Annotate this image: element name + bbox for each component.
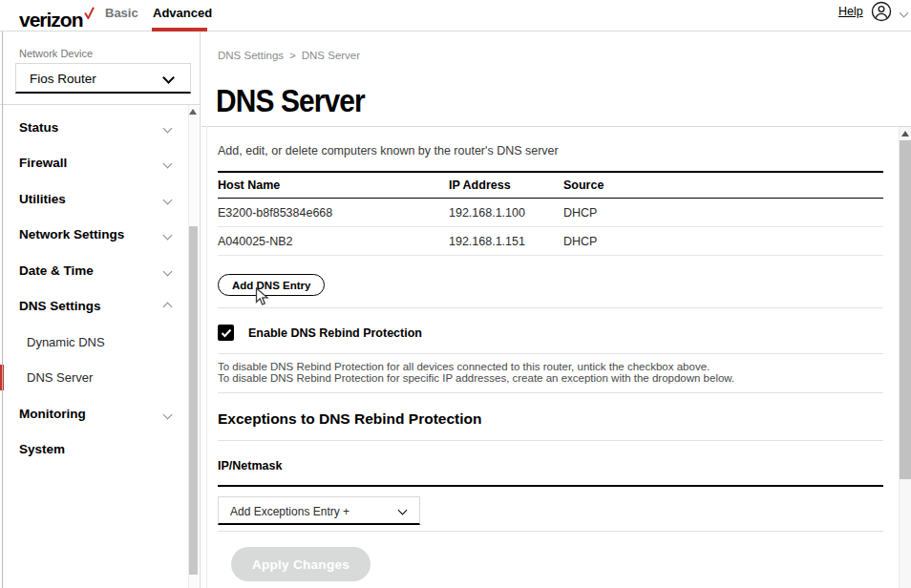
rebind-note-line1: To disable DNS Rebind Protection for all…	[218, 361, 710, 372]
chevron-down-icon	[163, 231, 173, 241]
sidebar-item-label: Status	[19, 120, 58, 135]
sidebar-item-system[interactable]: System	[0, 442, 187, 463]
sidebar-item-utilities[interactable]: Utilities	[0, 192, 187, 213]
sidebar-item-dns-settings[interactable]: DNS Settings	[0, 299, 187, 320]
sidebar-item-network-settings[interactable]: Network Settings	[0, 227, 187, 248]
sidebar: Network Device Fios Router Status Firewa…	[0, 32, 201, 588]
sidebar-item-label: Date & Time	[19, 263, 94, 278]
divider	[218, 392, 883, 393]
tab-basic[interactable]: Basic	[105, 6, 138, 20]
device-select[interactable]: Fios Router	[15, 63, 191, 94]
sidebar-item-firewall[interactable]: Firewall	[0, 156, 187, 177]
chevron-down-icon	[163, 410, 173, 420]
main-scrollbar-up-arrow[interactable]	[901, 131, 909, 136]
sidebar-scrollbar-thumb[interactable]	[189, 226, 198, 575]
chevron-down-icon	[398, 506, 408, 515]
network-device-label: Network Device	[19, 48, 93, 59]
verizon-check-icon	[84, 1, 95, 24]
chevron-down-icon	[163, 159, 173, 169]
cell-host-name: A040025-NB2	[218, 235, 449, 248]
router-admin-page: verizon Basic Advanced Help Network Devi…	[0, 0, 911, 588]
sidebar-divider	[0, 104, 201, 105]
verizon-logo: verizon	[19, 1, 95, 32]
sidebar-item-label: DNS Settings	[19, 299, 101, 313]
active-tab-indicator	[152, 28, 207, 32]
cell-source: DHCP	[563, 235, 883, 248]
sidebar-item-label: Firewall	[19, 156, 67, 170]
ip-netmask-label: IP/Netmask	[218, 459, 282, 472]
content-left-border	[206, 126, 207, 588]
exceptions-heading: Exceptions to DNS Rebind Protection	[218, 410, 481, 428]
chevron-down-icon	[900, 9, 909, 18]
sidebar-item-label: Monitoring	[19, 407, 86, 421]
add-exceptions-dropdown[interactable]: Add Exceptions Entry +	[218, 496, 420, 525]
sidebar-item-date-time[interactable]: Date & Time	[0, 263, 187, 284]
field-separator-line	[218, 485, 883, 487]
table-header-row: Host Name IP Address Source	[218, 171, 883, 199]
sidebar-item-monitoring[interactable]: Monitoring	[0, 407, 187, 428]
page-description: Add, edit, or delete computers known by …	[218, 144, 559, 158]
chevron-down-icon	[163, 196, 173, 205]
table-row: E3200-b8f85384e668 192.168.1.100 DHCP	[218, 199, 883, 227]
rebind-protection-checkbox[interactable]	[218, 325, 234, 341]
sidebar-item-dns-server[interactable]: DNS Server	[0, 370, 187, 391]
sidebar-scrollbar-up-arrow[interactable]	[189, 109, 197, 115]
account-menu[interactable]	[871, 1, 907, 24]
tab-advanced[interactable]: Advanced	[153, 6, 212, 20]
sidebar-item-dynamic-dns[interactable]: Dynamic DNS	[0, 335, 187, 356]
sidebar-item-label: Network Settings	[19, 227, 124, 242]
checkmark-icon	[221, 325, 232, 342]
page-title: DNS Server	[216, 82, 365, 119]
dns-entries-table: Host Name IP Address Source E3200-b8f853…	[218, 171, 883, 256]
sidebar-item-label: System	[19, 442, 65, 456]
breadcrumb-separator: >	[289, 50, 296, 61]
mouse-cursor	[255, 287, 269, 311]
chevron-up-icon	[163, 303, 173, 312]
dropdown-value: Add Exceptions Entry +	[230, 505, 350, 518]
divider	[218, 440, 883, 441]
cell-ip-address: 192.168.1.151	[449, 235, 563, 248]
profile-icon	[871, 9, 892, 25]
sidebar-item-label: Utilities	[19, 192, 66, 206]
breadcrumb-dns-server[interactable]: DNS Server	[302, 50, 360, 61]
rebind-note-line2: To disable DNS Rebind Protection for spe…	[218, 372, 734, 384]
column-source: Source	[563, 178, 883, 192]
divider	[218, 307, 883, 308]
divider	[218, 531, 883, 532]
table-row: A040025-NB2 192.168.1.151 DHCP	[218, 227, 883, 256]
add-dns-entry-button[interactable]: Add DNS Entry	[218, 274, 325, 296]
rebind-protection-label: Enable DNS Rebind Protection	[248, 326, 422, 340]
sidebar-item-status[interactable]: Status	[0, 120, 187, 141]
device-select-value: Fios Router	[30, 72, 96, 86]
breadcrumb: DNS Settings>DNS Server	[218, 50, 360, 61]
divider	[218, 353, 883, 354]
cell-ip-address: 192.168.1.100	[449, 206, 563, 220]
verizon-logo-text: verizon	[19, 9, 83, 31]
content-top-border	[201, 126, 911, 127]
column-ip-address: IP Address	[449, 178, 563, 192]
chevron-down-icon	[163, 267, 173, 277]
chevron-down-icon	[163, 124, 173, 134]
cell-source: DHCP	[563, 206, 883, 220]
cell-host-name: E3200-b8f85384e668	[218, 206, 449, 220]
window-left-edge	[2, 32, 3, 588]
breadcrumb-dns-settings[interactable]: DNS Settings	[218, 50, 284, 61]
chevron-down-icon	[162, 72, 175, 84]
main-scrollbar-thumb[interactable]	[900, 140, 911, 479]
help-link[interactable]: Help	[838, 5, 863, 18]
sidebar-subitem-label: Dynamic DNS	[27, 335, 105, 349]
top-header: verizon Basic Advanced Help	[0, 0, 911, 32]
sidebar-subitem-label: DNS Server	[27, 370, 93, 385]
apply-changes-button[interactable]: Apply Changes	[231, 547, 371, 581]
column-host-name: Host Name	[218, 178, 449, 192]
